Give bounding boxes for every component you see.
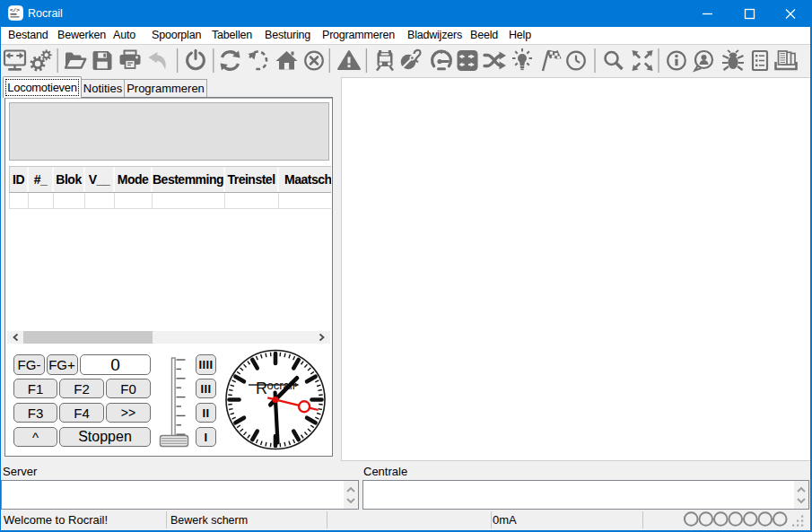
svg-text:</>: </>	[10, 7, 20, 13]
svg-text:R: R	[256, 379, 267, 397]
